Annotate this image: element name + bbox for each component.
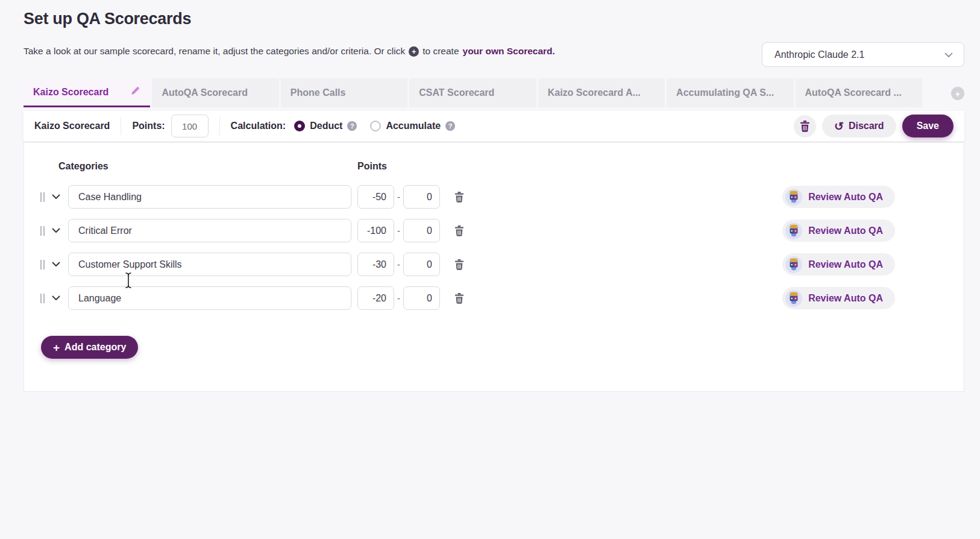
review-auto-qa-button[interactable]: Review Auto QA <box>782 219 895 242</box>
points-min-input[interactable] <box>357 253 394 276</box>
trash-icon <box>454 225 464 236</box>
delete-category-button[interactable] <box>454 225 464 236</box>
points-label: Points: <box>132 121 165 131</box>
review-auto-qa-button[interactable]: Review Auto QA <box>782 186 895 208</box>
trash-icon <box>800 121 810 132</box>
tab-label: AutoQA Scorecard <box>162 87 248 98</box>
kaizo-bot-icon <box>785 256 802 273</box>
tab-autoqa-scorecard[interactable]: AutoQA Scorecard <box>152 78 278 107</box>
tab-label: Kaizo Scorecard <box>33 87 108 98</box>
scorecard-toolbar: Kaizo Scorecard Points: Calculation: Ded… <box>24 111 964 141</box>
drag-handle-icon[interactable] <box>40 260 46 270</box>
plus-icon: + <box>53 342 60 353</box>
points-min-input[interactable] <box>357 185 394 209</box>
kaizo-bot-icon <box>785 222 802 239</box>
intro-text: Take a look at our sample scorecard, ren… <box>24 46 555 57</box>
review-auto-qa-button[interactable]: Review Auto QA <box>782 253 895 276</box>
tab-label: Phone Calls <box>291 87 346 98</box>
chevron-down-icon[interactable] <box>52 194 60 200</box>
points-min-input[interactable] <box>357 286 394 310</box>
points-max-input[interactable] <box>403 253 440 276</box>
tab-kaizo-scorecard[interactable]: Kaizo Scorecard <box>24 78 150 107</box>
discard-label: Discard <box>849 121 884 131</box>
calculation-label: Calculation: <box>231 121 286 131</box>
deduct-label: Deduct <box>310 121 342 131</box>
category-name-input[interactable] <box>68 286 351 310</box>
category-row-critical-error: - Review Auto QA <box>24 219 964 242</box>
points-max-input[interactable] <box>403 185 440 209</box>
divider <box>219 117 220 135</box>
chevron-down-icon[interactable] <box>52 295 60 301</box>
tab-accumulating-qa[interactable]: Accumulating QA S... <box>667 78 793 107</box>
range-separator: - <box>397 259 400 270</box>
help-icon[interactable]: ? <box>347 121 357 131</box>
range-separator: - <box>397 293 400 303</box>
trash-icon <box>454 293 464 304</box>
scorecard-tabbar: Kaizo Scorecard AutoQA Scorecard Phone C… <box>24 78 964 107</box>
discard-button[interactable]: ↺ Discard <box>822 115 896 137</box>
trash-icon <box>454 192 464 203</box>
edit-pencil-icon[interactable] <box>130 86 140 98</box>
category-row-language: - Review Auto QA <box>24 286 964 310</box>
tab-kaizo-scorecard-a[interactable]: Kaizo Scorecard A... <box>538 78 665 107</box>
review-auto-qa-label: Review Auto QA <box>808 225 883 236</box>
categories-header: Categories <box>58 161 108 172</box>
accumulate-label: Accumulate <box>386 121 441 131</box>
category-name-input[interactable] <box>68 253 351 276</box>
category-row-case-handling: - Review Auto QA <box>24 185 964 209</box>
delete-category-button[interactable] <box>454 259 464 270</box>
category-name-input[interactable] <box>68 185 351 209</box>
delete-scorecard-button[interactable] <box>794 115 816 137</box>
undo-icon: ↺ <box>834 121 844 132</box>
chevron-down-icon[interactable] <box>52 262 60 267</box>
trash-icon <box>454 259 464 270</box>
range-separator: - <box>397 225 400 236</box>
page-title: Set up QA Scorecards <box>24 10 191 28</box>
intro-text-part1: Take a look at our sample scorecard, ren… <box>24 46 405 57</box>
points-input[interactable] <box>171 115 209 137</box>
delete-category-button[interactable] <box>454 192 464 203</box>
intro-text-part2: to create <box>422 46 459 57</box>
help-icon[interactable]: ? <box>445 121 455 131</box>
chevron-down-icon[interactable] <box>52 228 60 233</box>
category-name-input[interactable] <box>68 219 351 242</box>
drag-handle-icon[interactable] <box>40 294 46 303</box>
range-separator: - <box>397 192 400 202</box>
tab-phone-calls[interactable]: Phone Calls <box>281 78 407 107</box>
review-auto-qa-label: Review Auto QA <box>808 293 883 304</box>
model-dropdown-value: Anthropic Claude 2.1 <box>774 49 864 60</box>
save-button[interactable]: Save <box>902 115 953 137</box>
points-min-input[interactable] <box>357 219 394 242</box>
tab-label: Accumulating QA S... <box>676 87 774 98</box>
tab-label: Kaizo Scorecard A... <box>548 87 641 98</box>
qa-scorecards-page: Set up QA Scorecards Take a look at our … <box>0 0 980 539</box>
points-header: Points <box>357 161 387 172</box>
category-rows: - Review Auto QA - <box>24 185 964 320</box>
review-auto-qa-label: Review Auto QA <box>808 259 883 270</box>
intro-text-bold: your own Scorecard. <box>463 46 555 57</box>
add-scorecard-button[interactable]: + <box>951 87 964 100</box>
points-max-input[interactable] <box>403 286 440 310</box>
category-row-customer-support-skills: - Review Auto QA <box>24 253 964 276</box>
deduct-radio-group[interactable]: Deduct ? <box>294 121 357 131</box>
kaizo-bot-icon <box>785 290 802 307</box>
drag-handle-icon[interactable] <box>40 226 46 236</box>
drag-handle-icon[interactable] <box>40 192 46 202</box>
review-auto-qa-button[interactable]: Review Auto QA <box>782 287 895 309</box>
radio-unselected-icon[interactable] <box>370 121 381 131</box>
scorecard-editor-panel: Categories Points - Review Auto QA <box>24 142 964 392</box>
delete-category-button[interactable] <box>454 293 464 304</box>
scorecard-name: Kaizo Scorecard <box>34 121 110 131</box>
points-max-input[interactable] <box>403 219 440 242</box>
plus-circle-icon: + <box>409 46 419 57</box>
add-category-button[interactable]: + Add category <box>41 336 138 359</box>
kaizo-bot-icon <box>785 189 802 206</box>
tab-label: AutoQA Scorecard ... <box>805 87 902 98</box>
tab-label: CSAT Scorecard <box>419 87 494 98</box>
radio-selected-icon[interactable] <box>294 121 305 131</box>
tab-csat-scorecard[interactable]: CSAT Scorecard <box>409 78 536 107</box>
model-dropdown[interactable]: Anthropic Claude 2.1 <box>762 42 964 67</box>
tab-autoqa-scorecard-2[interactable]: AutoQA Scorecard ... <box>796 78 922 107</box>
accumulate-radio-group[interactable]: Accumulate ? <box>370 121 455 131</box>
add-category-label: Add category <box>64 342 126 353</box>
